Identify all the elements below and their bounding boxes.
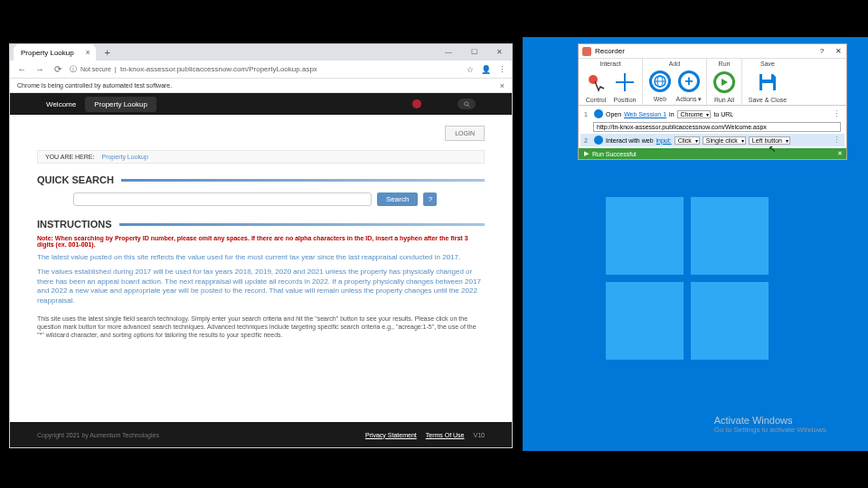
step-menu-icon[interactable]: ⋮: [833, 109, 841, 118]
instructions-header: INSTRUCTIONS: [37, 219, 485, 230]
step-menu-icon[interactable]: ⋮: [833, 136, 841, 145]
activate-windows-watermark: Activate Windows Go to Settings to activ…: [714, 415, 828, 434]
play-icon: ▶: [584, 150, 589, 157]
footer-terms-link[interactable]: Terms Of Use: [426, 432, 465, 438]
step-2[interactable]: 2 Interact with web input: Click Single …: [580, 134, 844, 146]
recorder-toolbar: Interact Control Position Add: [579, 59, 846, 106]
tab-title: Property Lookup: [21, 49, 74, 57]
control-button[interactable]: [582, 69, 609, 96]
save-close-button[interactable]: [754, 69, 781, 96]
step-number: 1: [584, 111, 591, 117]
close-icon[interactable]: ✕: [830, 47, 846, 55]
breadcrumb: YOU ARE HERE: Property Lookup: [37, 150, 485, 164]
web-button[interactable]: [646, 68, 674, 95]
site-footer: Copyright 2021 by Aumentum Technologies …: [10, 422, 512, 447]
actions-label: Actions ▾: [675, 96, 703, 103]
recorder-titlebar: Recorder ? ✕: [579, 44, 846, 59]
position-label: Position: [611, 97, 638, 103]
not-secure-label: Not secure: [80, 66, 111, 72]
chrome-window: Property Lookup × + — ☐ ✕ ← → ⟳ ⓘ Not se…: [9, 43, 513, 448]
toolbar-group-run: Run Run All: [707, 59, 742, 105]
nav-property-lookup[interactable]: Property Lookup: [85, 97, 156, 112]
footer-copyright: Copyright 2021 by Aumentum Technologies: [37, 432, 159, 438]
svg-line-1: [467, 105, 469, 107]
nav-search-icon[interactable]: [458, 99, 476, 109]
action-dropdown[interactable]: Click: [675, 136, 700, 145]
position-button[interactable]: [611, 69, 638, 96]
session-link[interactable]: Web Session 1: [624, 111, 666, 117]
target-link[interactable]: input:: [656, 137, 672, 144]
svg-rect-9: [762, 83, 773, 90]
status-close-icon[interactable]: ✕: [837, 150, 843, 157]
recorder-app-icon: [582, 47, 591, 56]
recorder-title: Recorder: [595, 47, 625, 55]
control-label: Control: [582, 97, 609, 103]
windows-logo: [606, 197, 769, 360]
chrome-tab-strip: Property Lookup × + — ☐ ✕: [10, 44, 512, 61]
svg-point-2: [589, 75, 598, 84]
search-input[interactable]: [73, 192, 372, 206]
globe-icon: [594, 109, 603, 118]
close-tab-icon[interactable]: ×: [85, 48, 90, 57]
minimize-icon[interactable]: —: [436, 44, 461, 59]
language-flag-icon[interactable]: [412, 99, 421, 108]
instructions-note-gray: This site uses the latest single field s…: [37, 314, 485, 339]
page-content: Welcome Property Lookup LOGIN YOU ARE HE…: [10, 93, 512, 447]
url-field[interactable]: ⓘ Not secure | tn-knox-assessor.publicac…: [70, 64, 461, 74]
step-number: 2: [584, 137, 591, 144]
run-all-button[interactable]: [711, 69, 738, 96]
site-nav: Welcome Property Lookup: [10, 93, 512, 115]
breadcrumb-label: YOU ARE HERE:: [45, 154, 94, 160]
instructions-note-blue-2: The values established during 2017 will …: [37, 267, 485, 305]
recorder-window: Recorder ? ✕ Interact Control Position A…: [578, 43, 847, 160]
step-url-input[interactable]: [593, 122, 841, 132]
search-button[interactable]: Search: [377, 192, 418, 206]
toolbar-group-add: Add + Web Actions ▾: [643, 59, 707, 105]
help-button[interactable]: ?: [423, 192, 437, 206]
status-text: Run Successful: [592, 151, 637, 157]
infobar-close-icon[interactable]: ×: [500, 81, 505, 90]
clicktype-dropdown[interactable]: Single click: [703, 136, 746, 145]
toolbar-group-save: Save Save & Close: [742, 59, 793, 105]
forward-button[interactable]: →: [33, 63, 46, 76]
actions-button[interactable]: +: [675, 68, 703, 95]
instructions-note-red: Note: When searching by Property ID numb…: [37, 235, 485, 248]
footer-privacy-link[interactable]: Privacy Statement: [365, 432, 417, 438]
footer-version: V10: [474, 432, 485, 438]
mousebutton-dropdown[interactable]: Left button: [749, 136, 790, 145]
recorder-steps: 1 Open Web Session 1 in Chrome to URL ⋮ …: [579, 106, 846, 148]
activate-title: Activate Windows: [714, 415, 828, 426]
toolbar-group-interact: Interact Control Position: [579, 59, 643, 105]
nav-welcome[interactable]: Welcome: [37, 97, 85, 112]
saveclose-label: Save & Close: [746, 97, 789, 103]
runall-label: Run All: [711, 97, 738, 103]
menu-icon[interactable]: ⋮: [498, 65, 506, 74]
infobar-text: Chrome is being controlled by automated …: [17, 82, 172, 89]
svg-rect-8: [762, 74, 771, 80]
quick-search-header: QUICK SEARCH: [37, 174, 485, 185]
profile-icon[interactable]: 👤: [481, 65, 491, 74]
status-bar: ▶ Run Successful ✕: [579, 148, 846, 159]
step-1[interactable]: 1 Open Web Session 1 in Chrome to URL ⋮: [580, 108, 844, 120]
browser-tab[interactable]: Property Lookup ×: [14, 44, 96, 61]
globe-icon: [594, 136, 603, 145]
instructions-note-blue-1: The latest value posted on this site ref…: [37, 253, 485, 262]
bookmark-icon[interactable]: ☆: [467, 65, 474, 74]
back-button[interactable]: ←: [15, 63, 28, 76]
automation-infobar: Chrome is being controlled by automated …: [10, 79, 512, 93]
browser-dropdown[interactable]: Chrome: [677, 110, 712, 118]
address-bar: ← → ⟳ ⓘ Not secure | tn-knox-assessor.pu…: [10, 61, 512, 79]
close-icon[interactable]: ✕: [486, 44, 512, 59]
new-tab-button[interactable]: +: [101, 47, 114, 58]
window-controls: — ☐ ✕: [436, 44, 512, 59]
url-text: tn-knox-assessor.publicaccessnow.com/Pro…: [120, 65, 317, 73]
reload-button[interactable]: ⟳: [52, 63, 64, 76]
web-label: Web: [646, 96, 674, 103]
not-secure-icon: ⓘ: [70, 64, 77, 74]
login-button[interactable]: LOGIN: [445, 126, 485, 141]
breadcrumb-current[interactable]: Property Lookup: [101, 154, 147, 160]
activate-subtitle: Go to Settings to activate Windows.: [714, 426, 828, 434]
maximize-icon[interactable]: ☐: [461, 44, 486, 59]
help-icon[interactable]: ?: [814, 47, 830, 55]
